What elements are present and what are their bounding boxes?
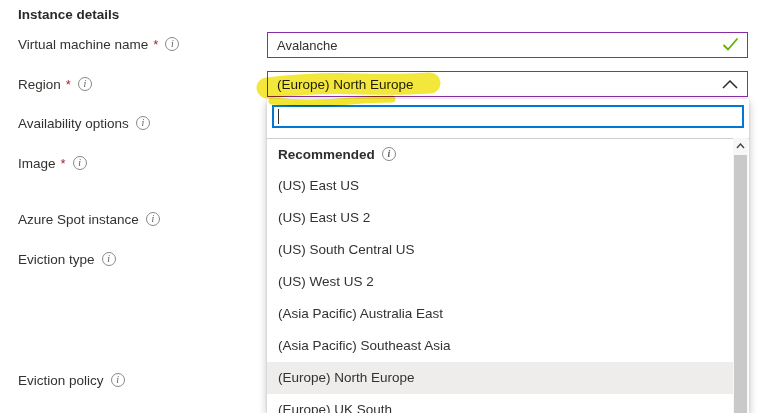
region-option-list: (US) East US (US) East US 2 (US) South C…: [267, 170, 733, 413]
label-text: Region: [18, 77, 61, 92]
required-asterisk: *: [153, 37, 158, 52]
field-label-availability-options: Availability optionsi: [18, 115, 150, 131]
scrollbar-thumb[interactable]: [734, 155, 747, 413]
label-text: Eviction type: [18, 252, 95, 267]
label-text: Eviction policy: [18, 373, 104, 388]
section-title: Instance details: [18, 7, 119, 22]
region-option[interactable]: (US) East US 2: [267, 202, 733, 234]
valid-check-icon: [722, 37, 739, 52]
label-text: Availability options: [18, 116, 129, 131]
azure-vm-create-form: Instance details Virtual machine name*i …: [0, 0, 769, 413]
label-text: Virtual machine name: [18, 37, 148, 52]
info-icon[interactable]: i: [73, 156, 87, 170]
info-icon[interactable]: i: [165, 37, 179, 51]
region-select[interactable]: (Europe) North Europe: [267, 71, 748, 97]
field-label-eviction-type: Eviction typei: [18, 251, 116, 267]
region-dropdown-flyout: Recommended i (US) East US (US) East US …: [267, 99, 749, 413]
region-option[interactable]: (US) East US: [267, 170, 733, 202]
required-asterisk: *: [61, 156, 66, 171]
region-search-input[interactable]: [272, 105, 744, 128]
field-label-azure-spot-instance: Azure Spot instancei: [18, 211, 160, 227]
region-option[interactable]: (Europe) UK South: [267, 394, 733, 413]
vm-name-input[interactable]: [267, 32, 748, 58]
field-label-image: Image*i: [18, 155, 87, 171]
group-header-label: Recommended: [278, 147, 375, 162]
group-header-recommended: Recommended i: [267, 138, 733, 170]
chevron-up-icon[interactable]: [722, 80, 738, 89]
info-icon[interactable]: i: [136, 116, 150, 130]
label-text: Image: [18, 156, 56, 171]
region-select-value: (Europe) North Europe: [277, 77, 414, 92]
scroll-up-icon: [736, 143, 745, 149]
text-caret: [278, 109, 279, 124]
region-option[interactable]: (US) West US 2: [267, 266, 733, 298]
field-label-virtual-machine-name: Virtual machine name*i: [18, 36, 179, 52]
required-asterisk: *: [66, 77, 71, 92]
info-icon[interactable]: i: [382, 147, 396, 161]
info-icon[interactable]: i: [78, 77, 92, 91]
info-icon[interactable]: i: [102, 252, 116, 266]
scroll-up-button[interactable]: [733, 138, 748, 154]
region-option[interactable]: (Asia Pacific) Southeast Asia: [267, 330, 733, 362]
field-label-region: Region*i: [18, 76, 92, 92]
region-option-selected[interactable]: (Europe) North Europe: [267, 362, 733, 394]
label-text: Azure Spot instance: [18, 212, 139, 227]
dropdown-scrollbar[interactable]: [733, 138, 748, 413]
region-option[interactable]: (US) South Central US: [267, 234, 733, 266]
info-icon[interactable]: i: [146, 212, 160, 226]
field-label-eviction-policy: Eviction policyi: [18, 372, 125, 388]
region-option[interactable]: (Asia Pacific) Australia East: [267, 298, 733, 330]
info-icon[interactable]: i: [111, 373, 125, 387]
